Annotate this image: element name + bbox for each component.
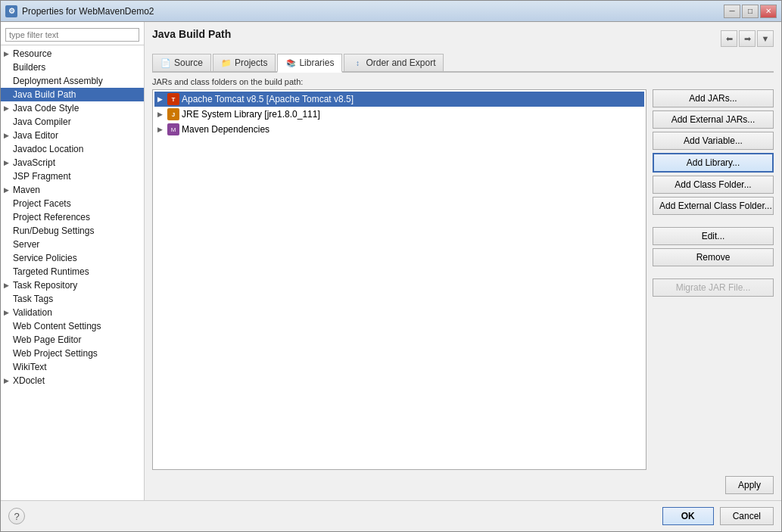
sidebar-item-label: WikiText [13,362,47,372]
ok-button[interactable]: OK [662,507,714,525]
sidebar-item-maven[interactable]: ▶ Maven [1,183,144,197]
arrow-icon: ▶ [4,282,11,289]
description-text: JARs and class folders on the build path… [152,77,774,86]
main-window: ⚙ Properties for WebMavenDemo2 ─ □ ✕ ▶ R… [0,0,782,532]
sidebar-item-server[interactable]: Server [1,238,144,251]
arrow-icon: ▶ [4,159,11,166]
cancel-button[interactable]: Cancel [720,507,774,525]
minimize-button[interactable]: ─ [724,5,740,18]
sidebar-item-resource[interactable]: ▶ Resource [1,47,144,61]
remove-button[interactable]: Remove [653,248,774,266]
sidebar-item-label: Java Editor [13,130,58,141]
add-external-class-folder-button[interactable]: Add External Class Folder... [653,197,774,215]
dropdown-button[interactable]: ▼ [757,30,774,47]
add-library-button[interactable]: Add Library... [653,153,774,173]
add-external-jars-button[interactable]: Add External JARs... [653,110,774,129]
button-separator [653,218,774,224]
sidebar-item-targeted-runtimes[interactable]: Targeted Runtimes [1,265,144,278]
panel-toolbar: ⬅ ➡ ▼ [721,30,774,47]
sidebar-item-label: Builders [13,62,45,73]
tab-label: Projects [235,58,267,68]
projects-icon: 📁 [221,58,232,68]
sidebar-item-task-repository[interactable]: ▶ Task Repository [1,278,144,292]
sidebar-item-label: Deployment Assembly [13,76,103,86]
maven-icon: M [167,123,179,135]
tomcat-label: Apache Tomcat v8.5 [Apache Tomcat v8.5] [182,94,354,104]
sidebar-item-label: Web Project Settings [13,348,98,359]
sidebar-item-project-references[interactable]: Project References [1,210,144,224]
tree-item-tomcat[interactable]: ▶ T Apache Tomcat v8.5 [Apache Tomcat v8… [154,92,644,107]
tree-area[interactable]: ▶ T Apache Tomcat v8.5 [Apache Tomcat v8… [152,89,646,470]
tab-source[interactable]: 📄 Source [152,54,211,71]
sidebar-item-label: Java Code Style [13,103,79,114]
sidebar-item-service-policies[interactable]: Service Policies [1,251,144,265]
sidebar-item-java-build-path[interactable]: Java Build Path [1,88,144,101]
sidebar-item-label: Maven [13,185,40,195]
sidebar-item-builders[interactable]: Builders [1,61,144,74]
sidebar-item-label: Task Repository [13,280,77,291]
content-area: ▶ Resource Builders Deployment Assembly … [1,22,781,500]
close-button[interactable]: ✕ [760,5,777,18]
jre-icon: J [167,108,179,120]
tab-label: Source [174,58,203,68]
maximize-button[interactable]: □ [742,5,759,18]
window-title: Properties for WebMavenDemo2 [22,6,724,17]
buttons-column: Add JARs... Add External JARs... Add Var… [653,89,774,470]
sidebar-item-label: Server [13,239,39,250]
sidebar-item-web-project-settings[interactable]: Web Project Settings [1,347,144,360]
add-variable-button[interactable]: Add Variable... [653,132,774,150]
tab-label: Libraries [299,58,334,68]
help-button[interactable]: ? [8,508,25,524]
tab-label: Order and Export [366,58,435,68]
sidebar-item-task-tags[interactable]: Task Tags [1,292,144,306]
back-button[interactable]: ⬅ [721,30,737,47]
sidebar-item-java-code-style[interactable]: ▶ Java Code Style [1,101,144,115]
tree-item-maven[interactable]: ▶ M Maven Dependencies [154,122,644,137]
tab-libraries[interactable]: 📚 Libraries [277,54,342,73]
sidebar-item-validation[interactable]: ▶ Validation [1,306,144,319]
sidebar-item-java-editor[interactable]: ▶ Java Editor [1,129,144,142]
tomcat-arrow-icon: ▶ [157,95,165,103]
apply-button[interactable]: Apply [725,476,774,494]
sidebar-list: ▶ Resource Builders Deployment Assembly … [1,45,144,389]
add-class-folder-button[interactable]: Add Class Folder... [653,176,774,194]
sidebar-item-deployment-assembly[interactable]: Deployment Assembly [1,74,144,88]
migrate-jar-button[interactable]: Migrate JAR File... [653,278,774,297]
tab-projects[interactable]: 📁 Projects [213,54,276,71]
sidebar-item-label: XDoclet [13,375,45,386]
apply-row: Apply [152,476,774,494]
add-jars-button[interactable]: Add JARs... [653,89,774,107]
filter-box [1,25,144,45]
sidebar-item-java-compiler[interactable]: Java Compiler [1,115,144,129]
sidebar-item-wikitext[interactable]: WikiText [1,360,144,374]
maven-label: Maven Dependencies [182,124,269,135]
sidebar-item-project-facets[interactable]: Project Facets [1,197,144,210]
sidebar-item-label: Resource [13,48,51,59]
edit-button[interactable]: Edit... [653,227,774,245]
tomcat-icon: T [167,93,179,105]
sidebar-item-run-debug-settings[interactable]: Run/Debug Settings [1,224,144,238]
sidebar: ▶ Resource Builders Deployment Assembly … [1,22,145,500]
filter-input[interactable] [5,28,139,42]
bottom-buttons: OK Cancel [662,507,774,525]
title-bar: ⚙ Properties for WebMavenDemo2 ─ □ ✕ [1,1,781,22]
maven-arrow-icon: ▶ [157,126,165,133]
sidebar-item-javascript[interactable]: ▶ JavaScript [1,156,144,170]
forward-button[interactable]: ➡ [739,30,756,47]
sidebar-item-javadoc-location[interactable]: Javadoc Location [1,142,144,156]
sidebar-item-label: Project Facets [13,198,71,209]
jre-arrow-icon: ▶ [157,110,165,118]
window-icon-text: ⚙ [8,7,15,15]
sidebar-item-jsp-fragment[interactable]: JSP Fragment [1,170,144,183]
sidebar-item-web-page-editor[interactable]: Web Page Editor [1,333,144,347]
source-icon: 📄 [160,58,171,68]
arrow-icon: ▶ [4,377,11,384]
sidebar-item-label: Java Compiler [13,117,71,127]
tab-order-export[interactable]: ↕ Order and Export [344,54,444,71]
sidebar-item-xdoclet[interactable]: ▶ XDoclet [1,374,144,387]
sidebar-item-web-content-settings[interactable]: Web Content Settings [1,319,144,333]
arrow-icon: ▶ [4,186,11,194]
tree-item-jre[interactable]: ▶ J JRE System Library [jre1.8.0_111] [154,107,644,122]
arrow-icon: ▶ [4,132,11,139]
arrow-icon: ▶ [4,104,11,112]
